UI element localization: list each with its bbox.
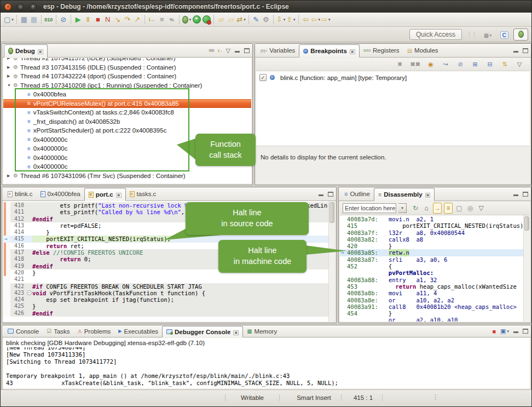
annotate-icon[interactable]: ✎ — [251, 14, 261, 26]
minimize-icon[interactable] — [319, 194, 323, 196]
tab-modules[interactable]: Modules — [403, 44, 442, 57]
remove-all-breakpoints-icon[interactable]: ✖✖ — [410, 59, 421, 71]
stack-frame-row[interactable]: ≡xPortStartScheduler() at port.c:222 0x4… — [3, 126, 251, 135]
open-folder-icon[interactable]: ▱ — [216, 14, 226, 26]
minimize-icon[interactable] — [513, 51, 518, 53]
tab-variables[interactable]: Variables — [257, 44, 299, 57]
thread-row[interactable]: ▶⚙Thread #2 1073411572 (IDLE) (Suspended… — [3, 58, 251, 63]
tree-expand-icon[interactable]: ▼ — [7, 83, 13, 87]
tree-expand-icon[interactable]: ▶ — [7, 74, 13, 78]
home-icon[interactable]: ⌂ — [422, 203, 431, 214]
disconnect-icon[interactable]: N — [103, 14, 113, 26]
close-tab-icon[interactable] — [423, 191, 431, 198]
display-selected-console-icon[interactable]: ▣ — [500, 328, 509, 335]
breakpoints-list[interactable]: ✓blink.c [function: app_main] [type: Tem… — [256, 71, 530, 146]
open-perspective-button[interactable] — [481, 28, 495, 41]
back-icon[interactable]: ⇦ — [301, 14, 311, 26]
view-menu-icon[interactable]: ▽ — [514, 59, 524, 71]
tab-tasks[interactable]: Tasks — [43, 325, 73, 337]
editor-scrollbar[interactable] — [328, 201, 335, 322]
tab-breakpoints[interactable]: Breakpoints — [299, 44, 359, 58]
maximize-icon[interactable] — [523, 192, 528, 197]
debug-perspective-button[interactable] — [513, 28, 528, 41]
tree-expand-icon[interactable]: ▶ — [7, 58, 13, 60]
quick-access-button[interactable]: Quick Access — [409, 29, 462, 40]
show-source-icon[interactable]: ≡ — [444, 203, 453, 214]
suspend-icon[interactable]: Ⅱ — [83, 14, 93, 26]
terminate-icon[interactable]: ■ — [492, 328, 496, 335]
debug-tree[interactable]: ▶⚙Thread #2 1073411572 (IDLE) (Suspended… — [3, 58, 251, 184]
forward-icon[interactable]: ⇨ — [321, 14, 331, 26]
window-maximize-button[interactable]: + — [30, 3, 37, 10]
tab-tasks-c[interactable]: tasks.c — [126, 187, 160, 200]
location-input[interactable]: Enter location here — [343, 203, 396, 213]
run-icon[interactable] — [192, 14, 201, 26]
disassembly-listing[interactable]: 40083a7d: movi.n a2, 1415 portEXIT_CRITI… — [340, 215, 523, 322]
tab-port-c[interactable]: port.c — [84, 188, 126, 201]
scrollbar-thumb[interactable] — [524, 216, 529, 231]
minimize-icon[interactable] — [235, 51, 240, 53]
link-with-debug-view-icon[interactable]: ⇅ — [500, 59, 510, 71]
back-history-icon[interactable]: ⇦ — [311, 14, 321, 26]
stack-frame-row[interactable]: ≡_frxt_dispatch() at 0x4008532b — [3, 117, 251, 127]
tab-debug[interactable]: Debug — [4, 44, 48, 58]
show-debug-columns-icon[interactable]: ≡ — [157, 14, 167, 26]
breakpoint-checkbox[interactable]: ✓ — [259, 74, 267, 81]
step-return-icon[interactable]: ↗ — [132, 14, 142, 26]
go-to-file-icon[interactable]: ↪ — [441, 59, 450, 71]
open-new-view-icon[interactable]: ▢ — [455, 203, 464, 214]
expand-all-icon[interactable]: ⊞ — [470, 59, 480, 71]
remove-breakpoint-icon[interactable]: ✖ — [395, 59, 405, 71]
link-editor-icon[interactable]: ⇄ — [236, 14, 246, 26]
skip-all-breakpoints-icon[interactable]: ⊘ — [59, 14, 68, 26]
thread-row[interactable]: ▶⚙Thread #3 1073413156 (IDLE) (Suspended… — [3, 63, 251, 72]
close-tab-icon[interactable] — [35, 48, 43, 54]
tab-problems[interactable]: Problems — [74, 325, 115, 337]
collapse-all-icon[interactable]: ⊟ — [485, 59, 495, 71]
source-editor[interactable]: 410 ets_printf("Last non-recursive lock … — [3, 201, 328, 322]
open-recent-icon[interactable]: ▱ — [226, 14, 236, 26]
fold-icon[interactable] — [27, 290, 32, 295]
last-edit-location-icon[interactable]: ⇩ — [276, 14, 286, 26]
maximize-icon[interactable] — [523, 329, 528, 334]
close-tab-icon[interactable] — [113, 191, 122, 198]
maximize-icon[interactable] — [523, 48, 528, 53]
tab-executables[interactable]: Executables — [114, 325, 162, 337]
debug-icon[interactable] — [182, 14, 192, 26]
minimize-icon[interactable] — [513, 331, 518, 333]
profile-icon[interactable] — [201, 14, 211, 26]
thread-row[interactable]: ▶⚙Thread #4 1073432224 (dport) (Suspende… — [3, 72, 251, 81]
instruction-stepping-icon[interactable]: i→ — [147, 14, 157, 26]
stack-frame-row[interactable]: ≡0x4000000c — [3, 153, 251, 163]
tab-blink-c[interactable]: blink.c — [4, 187, 37, 200]
sync-with-active-context-icon[interactable]: → — [433, 203, 442, 214]
remove-all-terminated-icon[interactable]: ✖✖ — [209, 48, 213, 53]
binary-icon[interactable]: 010 — [44, 14, 54, 26]
next-annotation-icon[interactable]: ⇧ — [286, 14, 296, 26]
window-minimize-button[interactable]: – — [17, 3, 24, 10]
stack-frame-row[interactable]: ≡vTaskSwitchContext() at tasks.c:2,846 0… — [3, 108, 251, 117]
step-into-icon[interactable]: ↘ — [113, 14, 123, 26]
instruction-stepping-mode-icon[interactable]: i→ — [218, 48, 221, 53]
tab-0x4000bfea[interactable]: 0x4000bfea — [37, 187, 84, 200]
pin-icon[interactable]: ◎ — [466, 203, 475, 214]
stack-frame-row[interactable]: ≡0x4000000c — [3, 162, 251, 171]
thread-row[interactable]: ▶⚙Thread #6 1073431096 (Tmr Svc) (Suspen… — [3, 171, 251, 181]
location-combo-arrow[interactable]: ▼ — [398, 203, 407, 213]
skip-all-breakpoints-icon[interactable]: ⊘ — [455, 59, 465, 71]
tab-disassembly[interactable]: Disassembly — [374, 188, 435, 201]
show-breakpoints-for-selection-icon[interactable]: ◉ — [426, 59, 436, 71]
step-over-icon[interactable]: ↷ — [123, 14, 132, 26]
scrollbar-thumb[interactable] — [329, 202, 334, 223]
number-format-icon[interactable]: % — [167, 14, 177, 26]
breakpoint-row[interactable]: ✓blink.c [function: app_main] [type: Tem… — [256, 71, 530, 84]
tab-memory[interactable]: Memory — [243, 325, 281, 337]
save-icon[interactable]: ▦ — [19, 14, 29, 26]
terminate-icon[interactable]: ■ — [93, 14, 103, 26]
resume-icon[interactable]: ▶ — [73, 14, 83, 26]
maximize-icon[interactable] — [244, 48, 250, 53]
tree-expand-icon[interactable]: ▶ — [7, 174, 13, 178]
cpp-perspective-button[interactable] — [497, 28, 512, 41]
refresh-icon[interactable]: ↻ — [411, 203, 420, 214]
window-close-button[interactable]: × — [4, 3, 11, 10]
